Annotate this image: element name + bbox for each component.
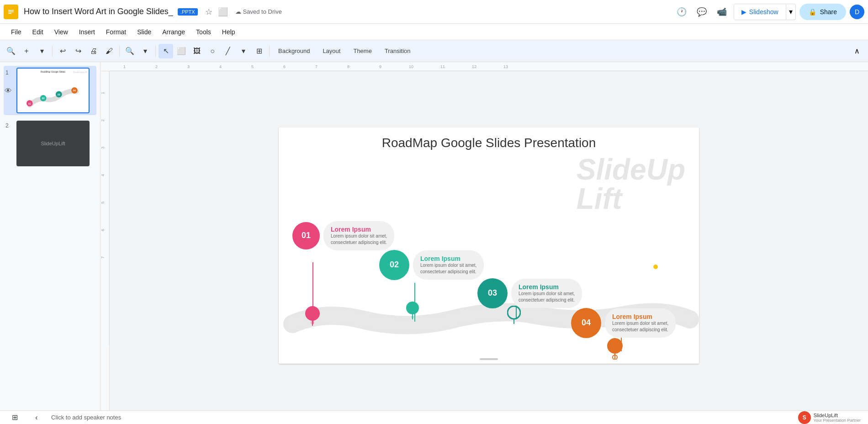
svg-point-38 (305, 306, 320, 321)
slideshow-button[interactable]: ▶ Slideshow (734, 4, 786, 20)
menu-format[interactable]: Format (101, 26, 132, 38)
doc-title: How to Insert Word Art in Google Slides_ (24, 7, 173, 16)
svg-text:4: 4 (101, 174, 105, 176)
zoom-dropdown-btn[interactable]: ▾ (35, 44, 49, 58)
svg-text:11: 11 (440, 64, 445, 69)
milestone-2: 02 Lorem Ipsum Lorem ipsum dolor sit ame… (379, 250, 484, 280)
slide-thumbnail-1[interactable]: 1 RoadMap Google Slides SlideUpLift 01 0… (4, 66, 96, 115)
select-tool-btn[interactable]: ↖ (159, 44, 173, 58)
speaker-notes-area[interactable]: Click to add speaker notes (51, 414, 791, 421)
history-icon[interactable]: 🕐 (673, 4, 690, 20)
toolbar: 🔍 + ▾ ↩ ↪ 🖨 🖌 🔍 ▾ ↖ ⬜ 🖼 ○ ╱ ▾ ⊞ Backgrou… (0, 40, 868, 62)
paint-format-btn[interactable]: 🖌 (102, 44, 116, 58)
milestone-text-1: Lorem ipsum dolor sit amet,consectetuer … (331, 233, 387, 246)
menu-file[interactable]: File (5, 26, 27, 38)
shapes-btn[interactable]: ○ (205, 44, 220, 58)
status-bar: ⊞ ‹ Click to add speaker notes S SlideUp… (0, 410, 868, 424)
undo-btn[interactable]: ↩ (55, 44, 70, 58)
zoom-level-btn[interactable]: 🔍 (122, 44, 137, 58)
menu-slide[interactable]: Slide (132, 26, 157, 38)
svg-text:5: 5 (101, 201, 105, 204)
svg-point-43 (607, 338, 623, 354)
textbox-btn[interactable]: ⊞ (252, 44, 266, 58)
slide-thumbnail-2[interactable]: 2 SlideUpLift (4, 119, 96, 168)
eye-icon[interactable]: 👁 (5, 87, 12, 95)
top-bar: How to Insert Word Art in Google Slides_… (0, 0, 868, 24)
slideuplift-logo-text-group: SlideUpLift Your Presentation Partner (814, 413, 861, 423)
svg-point-39 (311, 321, 314, 324)
background-btn[interactable]: Background (272, 44, 316, 58)
zoom-pct-btn[interactable]: ▾ (138, 44, 153, 58)
toolbar-divider-3 (155, 46, 156, 57)
app-icon (4, 5, 18, 19)
sidebar-toggle-btn[interactable]: ‹ (29, 410, 44, 424)
svg-text:1: 1 (101, 92, 105, 94)
star-icon[interactable]: ☆ (205, 7, 212, 17)
lines-btn[interactable]: ╱ (221, 44, 235, 58)
comments-icon[interactable]: 💬 (693, 4, 710, 20)
file-ext-badge: .PPTX (178, 8, 198, 16)
zoom-in-btn[interactable]: + (19, 44, 34, 58)
meet-icon[interactable]: 📹 (714, 4, 730, 20)
pin-3 (507, 306, 521, 326)
svg-text:4: 4 (219, 64, 222, 69)
avatar[interactable]: D (850, 5, 864, 19)
svg-text:3: 3 (187, 64, 190, 69)
select-frame-btn[interactable]: ⬜ (174, 44, 189, 58)
milestone-circle-1: 01 (292, 222, 320, 249)
toolbar-divider-1 (52, 46, 53, 57)
redo-btn[interactable]: ↪ (71, 44, 85, 58)
svg-text:04: 04 (73, 89, 76, 92)
svg-text:6: 6 (101, 229, 105, 231)
svg-text:01: 01 (28, 102, 31, 105)
print-btn[interactable]: 🖨 (86, 44, 101, 58)
topbar-right: 🕐 💬 📹 ▶ Slideshow ▾ 🔒 Share D (673, 4, 864, 20)
menu-insert[interactable]: Insert (74, 26, 101, 38)
lock-icon: 🔒 (809, 8, 816, 16)
milestone-title-3: Lorem Ipsum (519, 283, 575, 291)
collapse-toolbar-btn[interactable]: ∧ (850, 44, 864, 58)
milestone-1: 01 Lorem Ipsum Lorem ipsum dolor sit ame… (292, 221, 394, 250)
lines-dropdown-btn[interactable]: ▾ (236, 44, 251, 58)
svg-rect-2 (8, 11, 14, 12)
watermark: SlideUpLift (577, 155, 685, 213)
pin-2 (406, 301, 419, 321)
svg-point-40 (406, 302, 419, 314)
svg-point-42 (508, 306, 520, 319)
slideuplift-logo: S SlideUpLift Your Presentation Partner (798, 411, 861, 424)
svg-rect-1 (8, 10, 14, 11)
search-toolbar-btn[interactable]: 🔍 (4, 44, 18, 58)
theme-btn[interactable]: Theme (347, 44, 377, 58)
milestone-title-2: Lorem Ipsum (420, 255, 476, 262)
svg-text:5: 5 (251, 64, 254, 69)
save-to-drive-icon[interactable]: ⬜ (218, 7, 228, 17)
svg-rect-3 (8, 13, 11, 14)
slide-canvas: RoadMap Google Slides Presentation Slide… (279, 127, 699, 364)
canvas-area[interactable]: RoadMap Google Slides Presentation Slide… (110, 71, 868, 410)
share-button[interactable]: 🔒 Share (799, 4, 846, 20)
grid-view-btn[interactable]: ⊞ (7, 410, 22, 424)
image-btn[interactable]: 🖼 (190, 44, 204, 58)
menu-tools[interactable]: Tools (191, 26, 217, 38)
layout-btn[interactable]: Layout (317, 44, 346, 58)
cloud-icon: ☁ (235, 8, 241, 15)
menu-edit[interactable]: Edit (27, 26, 49, 38)
milestone-4: 04 Lorem Ipsum Lorem ipsum dolor sit ame… (571, 308, 676, 338)
slideshow-dropdown[interactable]: ▾ (786, 4, 796, 20)
milestone-text-2: Lorem ipsum dolor sit amet,consectetuer … (420, 262, 476, 275)
svg-text:12: 12 (472, 64, 476, 69)
menu-view[interactable]: View (49, 26, 74, 38)
svg-text:13: 13 (503, 64, 508, 69)
menu-arrange[interactable]: Arrange (157, 26, 191, 38)
slideuplift-logo-icon: S (798, 411, 811, 424)
svg-text:8: 8 (347, 64, 349, 69)
scroll-indicator (480, 358, 498, 360)
slide-image-1: RoadMap Google Slides SlideUpLift 01 02 … (16, 68, 90, 113)
milestone-bubble-2: Lorem Ipsum Lorem ipsum dolor sit amet,c… (413, 250, 484, 280)
slide-title: RoadMap Google Slides Presentation (279, 127, 699, 150)
slide-panel: 1 RoadMap Google Slides SlideUpLift 01 0… (0, 62, 101, 410)
menu-help[interactable]: Help (217, 26, 241, 38)
transition-btn[interactable]: Transition (379, 44, 417, 58)
svg-text:2: 2 (155, 64, 158, 69)
toolbar-divider-4 (269, 46, 270, 57)
